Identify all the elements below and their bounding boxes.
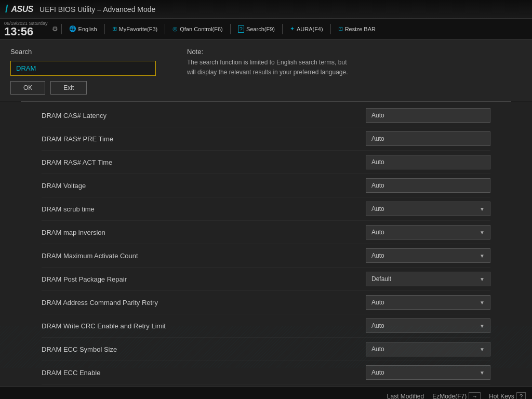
table-row: DRAM ECC Symbol Size Auto ▼ <box>42 338 490 361</box>
language-button[interactable]: 🌐 English <box>65 23 101 34</box>
table-row: DRAM Post Package Repair Default ▼ <box>42 268 490 291</box>
settings-list: DRAM CAS# Latency Auto DRAM RAS# PRE Tim… <box>0 102 532 387</box>
dropdown-7[interactable]: Default ▼ <box>366 272 490 286</box>
table-row: DRAM map inversion Auto ▼ <box>42 221 490 244</box>
separator-5 <box>282 24 283 34</box>
dropdown-8[interactable]: Auto ▼ <box>366 295 490 310</box>
search-toolbar-icon: ? <box>238 25 244 33</box>
setting-control: Auto <box>366 131 490 146</box>
qfan-icon: ◎ <box>172 25 178 32</box>
setting-label: DRAM scrub time <box>42 205 366 213</box>
setting-label: DRAM Address Command Parity Retry <box>42 299 366 307</box>
setting-label: DRAM ECC Symbol Size <box>42 345 366 353</box>
hotkeys-label: Hot Keys <box>489 393 514 400</box>
aura-icon: ✦ <box>290 25 295 32</box>
setting-control[interactable]: Auto ▼ <box>366 202 490 216</box>
separator-6 <box>330 24 331 34</box>
globe-icon: 🌐 <box>69 25 76 32</box>
setting-label: DRAM Voltage <box>42 182 366 190</box>
setting-label: DRAM Post Package Repair <box>42 275 366 283</box>
setting-label: DRAM RAS# PRE Time <box>42 135 366 143</box>
last-modified-item: Last Modified <box>387 393 424 400</box>
setting-control[interactable]: Auto ▼ <box>366 225 490 240</box>
myfavorite-button[interactable]: ⊞ MyFavorite(F3) <box>108 23 162 34</box>
ezmode-label: EzMode(F7) <box>432 393 467 400</box>
separator-2 <box>104 24 105 34</box>
ezmode-button[interactable]: EzMode(F7) → <box>432 392 481 400</box>
setting-label: DRAM ECC Enable <box>42 369 366 377</box>
gear-icon[interactable]: ⚙ <box>52 25 58 33</box>
dropdown-5[interactable]: Auto ▼ <box>366 225 490 240</box>
table-row: DRAM Address Command Parity Retry Auto ▼ <box>42 291 490 314</box>
setting-label: DRAM CAS# Latency <box>42 112 366 119</box>
setting-control[interactable]: Auto ▼ <box>366 248 490 263</box>
aura-button[interactable]: ✦ AURA(F4) <box>286 23 327 34</box>
dropdown-4[interactable]: Auto ▼ <box>366 202 490 216</box>
ok-button[interactable]: OK <box>10 81 45 95</box>
table-row: DRAM scrub time Auto ▼ <box>42 197 490 221</box>
dropdown-10[interactable]: Auto ▼ <box>366 342 490 356</box>
setting-control[interactable]: Auto ▼ <box>366 295 490 310</box>
text-value-2: Auto <box>366 155 490 169</box>
setting-control[interactable]: Default ▼ <box>366 272 490 286</box>
last-modified-label: Last Modified <box>387 393 424 400</box>
myfav-icon: ⊞ <box>112 25 117 32</box>
dropdown-9[interactable]: Auto ▼ <box>366 318 490 333</box>
chevron-down-icon: ▼ <box>480 370 485 376</box>
ezmode-icon: → <box>469 392 481 400</box>
text-value-3: Auto <box>366 178 490 193</box>
setting-label: DRAM map inversion <box>42 229 366 236</box>
text-value-1: Auto <box>366 131 490 146</box>
dropdown-6[interactable]: Auto ▼ <box>366 248 490 263</box>
qfan-button[interactable]: ◎ Qfan Control(F6) <box>168 23 227 34</box>
separator-3 <box>165 24 165 34</box>
chevron-down-icon: ▼ <box>480 347 485 352</box>
logo-slash: / <box>5 3 8 15</box>
search-input[interactable] <box>10 61 156 76</box>
app-title: UEFI BIOS Utility – Advanced Mode <box>39 5 155 14</box>
datetime-display: 06/19/2021 Saturday 13:56 <box>4 21 48 37</box>
note-body: The search function is limited to Englis… <box>187 58 348 77</box>
header-bar: / ASUS UEFI BIOS Utility – Advanced Mode <box>0 0 532 19</box>
time-display: 13:56 <box>4 26 33 37</box>
search-note: Note: The search function is limited to … <box>187 48 348 95</box>
note-title: Note: <box>187 48 348 56</box>
separator-1 <box>61 24 62 34</box>
table-row: DRAM RAS# PRE Time Auto <box>42 127 490 151</box>
dropdown-value: Auto <box>371 299 384 306</box>
toolbar: 06/19/2021 Saturday 13:56 ⚙ 🌐 English ⊞ … <box>0 19 532 39</box>
search-label: Search <box>10 48 166 56</box>
table-row: DRAM ECC Enable Auto ▼ <box>42 361 490 384</box>
chevron-down-icon: ▼ <box>480 206 485 212</box>
dropdown-11[interactable]: Auto ▼ <box>366 365 490 380</box>
resize-icon: ⊡ <box>338 25 343 32</box>
setting-label: DRAM Write CRC Enable and Retry Limit <box>42 322 366 330</box>
chevron-down-icon: ▼ <box>480 300 485 305</box>
chevron-down-icon: ▼ <box>480 253 485 259</box>
dropdown-value: Auto <box>371 322 384 329</box>
table-row: DRAM Write CRC Enable and Retry Limit Au… <box>42 314 490 338</box>
search-left: Search OK Exit <box>10 48 166 95</box>
logo: / ASUS <box>5 3 33 15</box>
setting-label: DRAM RAS# ACT Time <box>42 158 366 166</box>
setting-control: Auto <box>366 108 490 123</box>
setting-control[interactable]: Auto ▼ <box>366 342 490 356</box>
text-value-0: Auto <box>366 108 490 123</box>
setting-control: Auto <box>366 155 490 169</box>
chevron-down-icon: ▼ <box>480 230 485 235</box>
table-row: DRAM Maximum Activate Count Auto ▼ <box>42 244 490 268</box>
dropdown-value: Auto <box>371 229 384 236</box>
resize-bar-button[interactable]: ⊡ Resize BAR <box>334 23 380 34</box>
footer-bar: Last Modified EzMode(F7) → Hot Keys ? <box>0 387 532 399</box>
hotkeys-button[interactable]: Hot Keys ? <box>489 392 526 400</box>
dropdown-value: Auto <box>371 205 384 212</box>
exit-button[interactable]: Exit <box>50 81 87 95</box>
chevron-down-icon: ▼ <box>480 276 485 282</box>
search-button[interactable]: ? Search(F9) <box>234 23 279 35</box>
setting-control[interactable]: Auto ▼ <box>366 318 490 333</box>
setting-control: Auto <box>366 178 490 193</box>
setting-control[interactable]: Auto ▼ <box>366 365 490 380</box>
logo-text: ASUS <box>11 5 33 14</box>
chevron-down-icon: ▼ <box>480 323 485 329</box>
dropdown-value: Auto <box>371 252 384 259</box>
